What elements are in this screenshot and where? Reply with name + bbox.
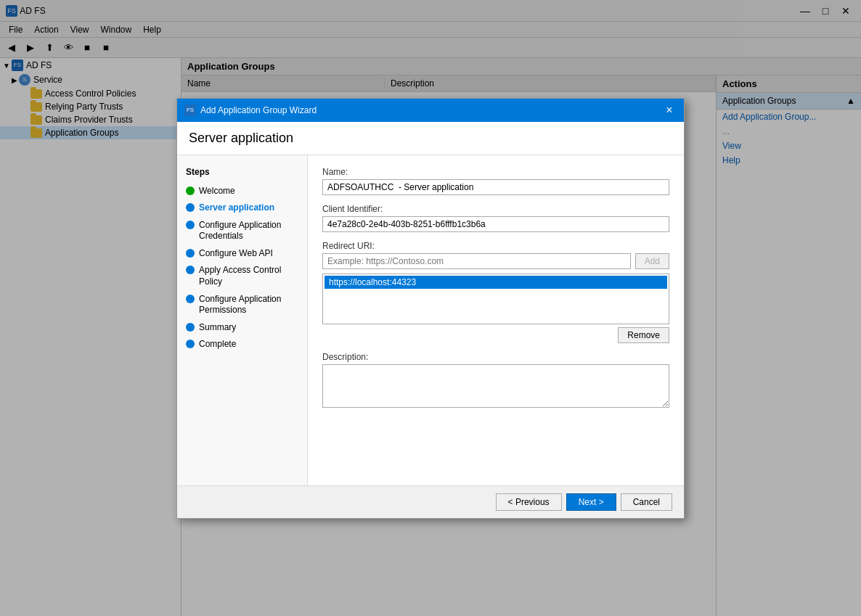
dialog-body: Steps Welcome Server application Configu… [177, 155, 684, 485]
form-panel: Name: Client Identifier: Redirect URI: A… [308, 155, 684, 485]
next-button[interactable]: Next > [566, 493, 616, 511]
steps-title: Steps [177, 164, 307, 183]
step-complete[interactable]: Complete [177, 336, 307, 353]
step-label-server-app: Server application [199, 202, 274, 214]
client-id-field-group: Client Identifier: [322, 204, 669, 232]
add-uri-button[interactable]: Add [635, 253, 669, 269]
redirect-uri-input[interactable] [322, 253, 631, 269]
uri-list: https://localhost:44323 [322, 274, 669, 324]
step-summary[interactable]: Summary [177, 319, 307, 337]
step-welcome[interactable]: Welcome [177, 183, 307, 200]
remove-uri-button[interactable]: Remove [618, 327, 669, 343]
cancel-button[interactable]: Cancel [621, 493, 672, 511]
name-label: Name: [322, 167, 669, 177]
name-input[interactable] [322, 179, 669, 195]
dialog-title: Add Application Group Wizard [200, 105, 317, 115]
dialog: FS Add Application Group Wizard × Server… [176, 98, 685, 519]
step-label-web-api: Configure Web API [199, 248, 273, 260]
dialog-heading: Server application [177, 122, 684, 155]
dialog-titlebar-left: FS Add Application Group Wizard [184, 104, 317, 116]
step-dot-welcome [186, 186, 195, 195]
step-dot-server-app [186, 203, 195, 212]
uri-item-0[interactable]: https://localhost:44323 [325, 276, 667, 289]
step-dot-permissions [186, 295, 195, 303]
name-field-group: Name: [322, 167, 669, 195]
step-label-access: Apply Access Control Policy [199, 265, 298, 287]
dialog-overlay: FS Add Application Group Wizard × Server… [0, 0, 861, 616]
step-dot-configure-creds [186, 221, 195, 229]
step-label-complete: Complete [199, 339, 236, 350]
step-configure-creds[interactable]: Configure Application Credentials [177, 217, 307, 245]
step-apply-access[interactable]: Apply Access Control Policy [177, 262, 307, 290]
description-label: Description: [322, 352, 669, 362]
client-id-input[interactable] [322, 216, 669, 232]
step-label-welcome: Welcome [199, 186, 235, 197]
step-server-app[interactable]: Server application [177, 200, 307, 217]
description-field-group: Description: [322, 352, 669, 410]
previous-button[interactable]: < Previous [496, 493, 562, 511]
step-label-configure-creds: Configure Application Credentials [199, 220, 298, 242]
redirect-uri-row: Add [322, 253, 669, 269]
dialog-footer: < Previous Next > Cancel [177, 485, 684, 518]
step-dot-complete [186, 340, 195, 348]
dialog-titlebar: FS Add Application Group Wizard × [177, 99, 684, 122]
description-textarea[interactable] [322, 364, 669, 408]
redirect-uri-field-group: Redirect URI: Add https://localhost:4432… [322, 241, 669, 343]
dialog-adfs-icon: FS [184, 104, 196, 116]
step-dot-web-api [186, 249, 195, 258]
steps-panel: Steps Welcome Server application Configu… [177, 155, 308, 485]
dialog-close-button[interactable]: × [662, 103, 677, 118]
step-configure-permissions[interactable]: Configure Application Permissions [177, 291, 307, 319]
client-id-label: Client Identifier: [322, 204, 669, 214]
step-configure-web-api[interactable]: Configure Web API [177, 245, 307, 263]
step-label-summary: Summary [199, 322, 236, 334]
step-dot-access [186, 266, 195, 274]
redirect-uri-label: Redirect URI: [322, 241, 669, 251]
step-label-permissions: Configure Application Permissions [199, 294, 298, 316]
step-dot-summary [186, 323, 195, 332]
